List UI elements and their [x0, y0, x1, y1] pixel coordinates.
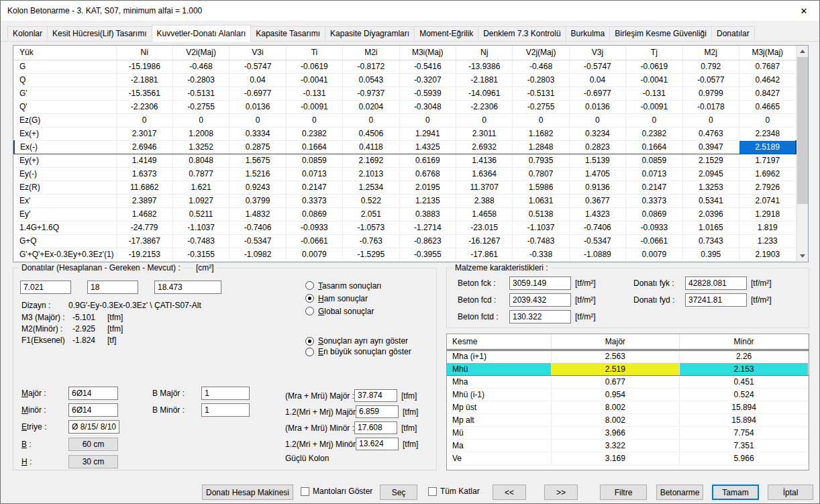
forces-cell[interactable]: 2.1013	[343, 167, 399, 181]
tab-2[interactable]: Kesit Hücresi(Lif) Tasarımı	[47, 26, 152, 41]
forces-cell[interactable]: 0.1664	[626, 140, 682, 154]
forces-cell[interactable]: 0.3334	[229, 127, 286, 140]
select-button[interactable]: Seç	[380, 485, 417, 500]
forces-cell[interactable]: 1.6364	[456, 167, 512, 181]
b-minor-field[interactable]: 1	[201, 403, 250, 417]
forces-cell[interactable]: 0	[116, 113, 172, 127]
forces-cell[interactable]: 1.0631	[513, 194, 569, 207]
forces-cell[interactable]: -0.0091	[286, 100, 342, 113]
forces-cell[interactable]: 1.3253	[682, 181, 739, 194]
forces-cell[interactable]: -0.131	[286, 87, 342, 100]
forces-row-15[interactable]: G'+Q'+Ex-0.3Ey+0.3Ez'(1)-19.2153-0.3155-…	[14, 248, 796, 261]
forces-cell[interactable]: 2.3011	[456, 127, 512, 140]
scroll-down-button[interactable]	[797, 250, 808, 262]
stirrup-field[interactable]: Ø 8/15/ 8/10	[68, 420, 119, 434]
forces-cell[interactable]: -1.1037	[513, 221, 569, 234]
material-value-field[interactable]: 2039.432	[509, 293, 571, 307]
major-rebar-field[interactable]: 6Ø14	[68, 387, 118, 400]
shear-row-8[interactable]: Ma3.3227.351	[447, 439, 809, 452]
forces-cell[interactable]: 2.5189	[739, 140, 796, 154]
forces-cell[interactable]: 0.2382	[286, 127, 342, 140]
forces-cell[interactable]: -0.7406	[229, 221, 286, 234]
forces-cell[interactable]: 0.5138	[513, 207, 569, 221]
forces-cell[interactable]: 0	[286, 113, 342, 127]
forces-cell[interactable]: 0.3947	[682, 140, 739, 154]
forces-cell[interactable]: 0.2147	[286, 181, 342, 194]
forces-cell[interactable]: -0.5131	[172, 87, 229, 100]
forces-cell[interactable]: 0.6768	[399, 167, 456, 181]
forces-row-3[interactable]: G'-15.3561-0.5131-0.6977-0.131-0.9737-0.…	[14, 87, 796, 100]
forces-cell[interactable]: -1.0889	[569, 248, 625, 261]
scrollbar-thumb[interactable]	[797, 57, 808, 204]
forces-cell[interactable]: -15.1986	[116, 60, 172, 73]
forces-cell[interactable]: -0.7406	[569, 221, 625, 234]
forces-row-14[interactable]: G+Q-17.3867-0.7483-0.5347-0.0661-0.763-0…	[14, 234, 796, 248]
width-button[interactable]: 60 cm	[68, 438, 118, 451]
forces-cell[interactable]: 2.6946	[116, 140, 172, 154]
forces-cell[interactable]: 0.8048	[172, 154, 229, 167]
forces-cell[interactable]: 0.3373	[626, 194, 682, 207]
shear-row-5[interactable]: Mp üst8.00215.894	[447, 401, 809, 413]
forces-cell[interactable]: 1.5139	[569, 154, 625, 167]
forces-cell[interactable]: -0.5747	[569, 60, 625, 73]
forces-cell[interactable]: -14.0961	[456, 87, 512, 100]
forces-cell[interactable]: -0.0091	[626, 100, 682, 113]
all-floors-checkbox[interactable]: Tüm Katlar	[428, 487, 480, 496]
forces-cell[interactable]: 0.1664	[286, 140, 342, 154]
forces-cell[interactable]: 1.1682	[513, 127, 569, 140]
previous-button[interactable]: <<	[493, 485, 526, 500]
forces-cell[interactable]: -1.2714	[399, 221, 456, 234]
forces-cell[interactable]: -0.5347	[569, 234, 625, 248]
forces-cell[interactable]: -1.1037	[172, 221, 229, 234]
forces-cell[interactable]: 0.2875	[229, 140, 286, 154]
forces-cell[interactable]: 2.7926	[739, 181, 796, 194]
forces-cell[interactable]: 0.792	[682, 60, 739, 73]
forces-cell[interactable]: 1.2918	[739, 207, 796, 221]
forces-cell[interactable]: 0	[569, 113, 625, 127]
forces-cell[interactable]: 1.233	[739, 234, 796, 248]
show-jackets-checkbox[interactable]: Mantoları Göster	[301, 487, 372, 496]
forces-cell[interactable]: -0.0933	[286, 221, 342, 234]
forces-cell[interactable]: -0.2803	[172, 73, 229, 87]
forces-cell[interactable]: 0	[739, 113, 796, 127]
forces-cell[interactable]: 0.0869	[626, 207, 682, 221]
forces-cell[interactable]: 2.6932	[456, 140, 512, 154]
forces-cell[interactable]: 0	[626, 113, 682, 127]
forces-cell[interactable]: 1.4325	[399, 140, 456, 154]
forces-cell[interactable]: 0.7343	[682, 234, 739, 248]
shear-row-1[interactable]: Mha (i+1)2.5632.26	[447, 350, 809, 362]
forces-cell[interactable]: 0.4642	[739, 73, 796, 87]
forces-cell[interactable]: -0.763	[343, 234, 399, 248]
forces-cell[interactable]: 0	[682, 113, 739, 127]
forces-cell[interactable]: -13.9386	[456, 60, 512, 73]
forces-cell[interactable]: 0	[399, 113, 456, 127]
material-value-field[interactable]: 42828.081	[685, 276, 747, 290]
rebar-required-field[interactable]: 18	[87, 281, 138, 294]
forces-cell[interactable]: 0.7935	[513, 154, 569, 167]
forces-cell[interactable]: 0.3677	[569, 194, 625, 207]
forces-cell[interactable]: 1.6962	[739, 167, 796, 181]
forces-cell[interactable]: 11.3707	[456, 181, 512, 194]
forces-cell[interactable]: 2.2348	[739, 127, 796, 140]
forces-cell[interactable]: 0.4763	[682, 127, 739, 140]
tab-6[interactable]: Moment-Eğrilik	[414, 26, 478, 41]
forces-cell[interactable]: 0.0859	[626, 154, 682, 167]
forces-cell[interactable]: -0.0041	[286, 73, 342, 87]
forces-cell[interactable]: -0.0577	[682, 73, 739, 87]
forces-cell[interactable]: 0.0136	[229, 100, 286, 113]
forces-cell[interactable]: 0.5211	[172, 207, 229, 221]
forces-cell[interactable]: 2.1903	[739, 248, 796, 261]
tab-10[interactable]: Donatılar	[711, 26, 755, 41]
minor-rebar-field[interactable]: 6Ø14	[68, 403, 118, 417]
forces-cell[interactable]: 2.0396	[682, 207, 739, 221]
cancel-button[interactable]: İptal	[768, 485, 813, 500]
forces-cell[interactable]: 1.5986	[513, 181, 569, 194]
forces-cell[interactable]: 0.3883	[399, 207, 456, 221]
forces-cell[interactable]: -0.338	[513, 248, 569, 261]
material-value-field[interactable]: 130.322	[509, 310, 571, 323]
forces-cell[interactable]: 0.0713	[286, 167, 342, 181]
forces-cell[interactable]: 2.1529	[682, 154, 739, 167]
forces-cell[interactable]: -0.8623	[399, 234, 456, 248]
tab-8[interactable]: Burkulma	[566, 26, 611, 41]
forces-cell[interactable]: -2.1881	[116, 73, 172, 87]
